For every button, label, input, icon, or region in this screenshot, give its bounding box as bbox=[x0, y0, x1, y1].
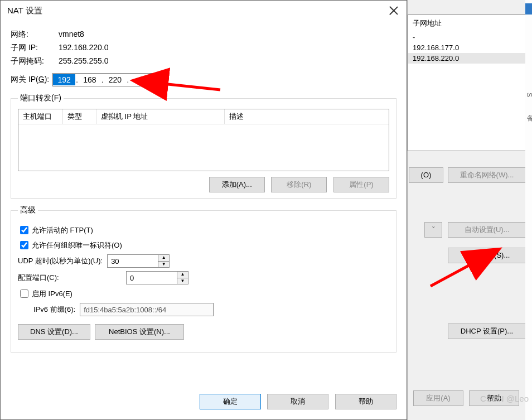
port-forward-legend: 端口转发(F) bbox=[18, 93, 64, 103]
side-blue-icon bbox=[525, 3, 532, 15]
subnet-mask-value: 255.255.255.0 bbox=[59, 56, 109, 66]
bg-button-o[interactable]: (O) bbox=[409, 167, 443, 183]
allow-ftp-checkbox[interactable] bbox=[20, 226, 28, 234]
config-port-label: 配置端口(C): bbox=[18, 273, 122, 283]
network-label: 网络: bbox=[11, 30, 59, 40]
gateway-oct2[interactable] bbox=[79, 74, 101, 85]
properties-button: 属性(P) bbox=[333, 177, 389, 192]
col-vm-ip[interactable]: 虚拟机 IP 地址 bbox=[96, 109, 225, 124]
background-window: 子网地址 - 192.168.177.0 192.168.220.0 (O) 重… bbox=[407, 0, 531, 420]
cfg-down-icon[interactable]: ▼ bbox=[177, 278, 188, 284]
remove-button: 移除(R) bbox=[271, 177, 327, 192]
udp-timeout-input[interactable] bbox=[108, 255, 158, 267]
apply-button-bg: 应用(A) bbox=[413, 390, 463, 406]
dns-settings-button[interactable]: DNS 设置(D)... bbox=[18, 324, 90, 340]
netbios-settings-button[interactable]: NetBIOS 设置(N)... bbox=[95, 324, 184, 340]
ipv6-prefix-input bbox=[80, 303, 214, 316]
side-strip: S 备 bbox=[525, 0, 532, 420]
enable-ipv6-checkbox[interactable] bbox=[20, 289, 28, 298]
nat-settings-button[interactable]: NAT 设置(S)... bbox=[448, 248, 526, 263]
config-port-input[interactable] bbox=[127, 272, 177, 284]
udp-timeout-stepper[interactable]: ▲▼ bbox=[107, 254, 170, 268]
close-icon[interactable] bbox=[388, 4, 400, 17]
help-button[interactable]: 帮助 bbox=[335, 394, 396, 409]
subnet-row-dash[interactable]: - bbox=[408, 32, 527, 42]
rename-network-button: 重命名网络(W)... bbox=[448, 167, 526, 183]
subnet-row-1[interactable]: 192.168.177.0 bbox=[408, 42, 527, 53]
port-forward-table[interactable]: 主机端口 类型 虚拟机 IP 地址 描述 bbox=[18, 109, 389, 171]
add-button[interactable]: 添加(A)... bbox=[209, 177, 265, 192]
auto-settings-button: 自动设置(U)... bbox=[448, 222, 526, 238]
gateway-ip-label: 网关 IP(G): bbox=[11, 75, 49, 85]
cfg-up-icon[interactable]: ▲ bbox=[177, 272, 188, 278]
col-type[interactable]: 类型 bbox=[63, 109, 96, 124]
subnet-ip-value: 192.168.220.0 bbox=[59, 43, 109, 53]
allow-oui-checkbox[interactable] bbox=[20, 241, 28, 249]
subnet-row-2[interactable]: 192.168.220.0 bbox=[408, 53, 527, 64]
side-note: 备 bbox=[525, 109, 532, 110]
advanced-legend: 高级 bbox=[18, 205, 38, 215]
cancel-button[interactable]: 取消 bbox=[267, 394, 328, 409]
enable-ipv6-label: 启用 IPv6(E) bbox=[32, 289, 72, 299]
ok-button[interactable]: 确定 bbox=[200, 394, 261, 409]
config-port-stepper[interactable]: ▲▼ bbox=[126, 271, 188, 284]
advanced-group: 高级 允许活动的 FTP(T) 允许任何组织唯一标识符(O) UDP 超时(以秒… bbox=[11, 205, 396, 353]
gateway-oct4[interactable] bbox=[129, 74, 152, 85]
udp-timeout-label: UDP 超时(以秒为单位)(U): bbox=[18, 256, 103, 266]
subnet-list[interactable]: 子网地址 - 192.168.177.0 192.168.220.0 bbox=[408, 15, 528, 151]
allow-oui-label: 允许任何组织唯一标识符(O) bbox=[32, 240, 122, 250]
ipv6-prefix-label: IPv6 前缀(6): bbox=[33, 305, 75, 315]
network-value: vmnet8 bbox=[59, 30, 84, 40]
gateway-oct3[interactable] bbox=[104, 74, 126, 85]
titlebar: NAT 设置 bbox=[1, 1, 407, 21]
subnet-ip-label: 子网 IP: bbox=[11, 43, 59, 53]
watermark: CSDN @Leo bbox=[480, 394, 529, 403]
col-desc[interactable]: 描述 bbox=[225, 109, 389, 124]
udp-down-icon[interactable]: ▼ bbox=[158, 262, 169, 268]
port-forward-group: 端口转发(F) 主机端口 类型 虚拟机 IP 地址 描述 添加(A)... 移除… bbox=[11, 93, 396, 199]
allow-ftp-label: 允许活动的 FTP(T) bbox=[32, 225, 93, 235]
side-s: S bbox=[525, 93, 532, 98]
gateway-oct1[interactable] bbox=[53, 74, 75, 85]
col-host-port[interactable]: 主机端口 bbox=[18, 109, 63, 124]
subnet-mask-label: 子网掩码: bbox=[11, 56, 59, 66]
nat-settings-dialog: NAT 设置 网络: vmnet8 子网 IP: 192.168.220.0 子… bbox=[0, 0, 407, 420]
dhcp-settings-button[interactable]: DHCP 设置(P)... bbox=[448, 324, 526, 339]
bg-dropdown[interactable]: ˅ bbox=[424, 222, 442, 238]
gateway-ip-input[interactable]: . . . bbox=[52, 73, 152, 86]
subnet-list-header: 子网地址 bbox=[408, 15, 527, 32]
udp-up-icon[interactable]: ▲ bbox=[158, 255, 169, 262]
dialog-title: NAT 设置 bbox=[7, 6, 42, 16]
